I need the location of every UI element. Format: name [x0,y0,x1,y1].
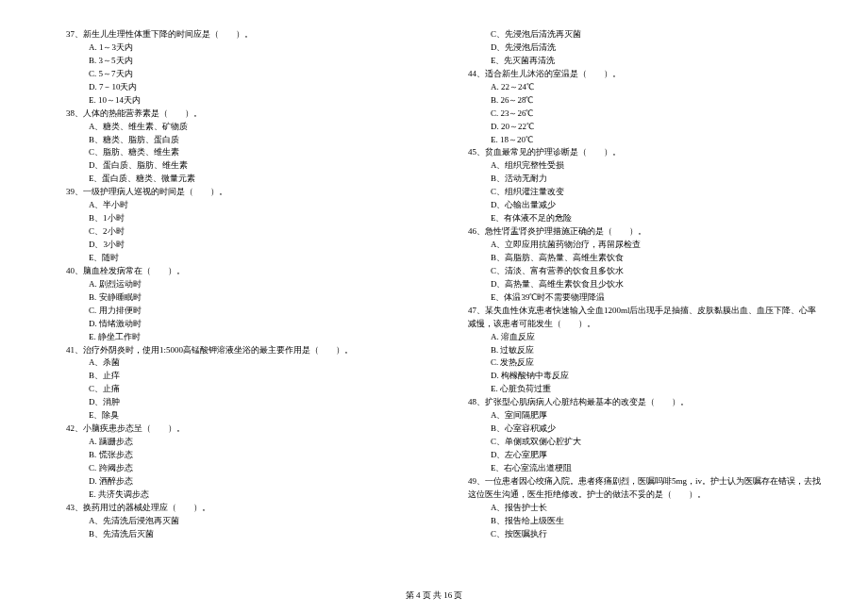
question-text: 37、新生儿生理性体重下降的时间应是（ ）。 [66,28,411,41]
question-text: 38、人体的热能营养素是（ ）。 [66,108,411,121]
right-column: C、先浸泡后清洗再灭菌 D、先浸泡后清洗 E、先灭菌再清洗 44、适合新生儿沐浴… [468,28,821,541]
option: B. 3～5天内 [66,55,411,68]
option: B、止痒 [66,370,411,383]
option: C. 用力排便时 [66,305,411,318]
question-text: 49、一位患者因心绞痛入院。患者疼痛剧烈，医嘱吗啡5mg，iv。护士认为医嘱存在… [468,475,821,489]
question-45: 45、贫血最常见的护理诊断是（ ）。 A、组织完整性受损 B、活动无耐力 C、组… [468,146,821,225]
option: A. 剧烈运动时 [66,278,411,291]
option: D. 酒醉步态 [66,475,411,489]
option: D、先浸泡后清洗 [468,41,821,55]
option: E、除臭 [66,409,411,422]
option: C. 发热反应 [468,356,821,370]
option: E. 10～14天内 [66,94,411,108]
option: B、先清洗后灭菌 [66,528,411,541]
option: C、脂肪、糖类、维生素 [66,146,411,159]
option: C、清淡、富有营养的饮食且多饮水 [468,265,821,278]
option: C、单侧或双侧心腔扩大 [468,436,821,449]
option: C、止痛 [66,383,411,396]
option: C. 5～7天内 [66,68,411,81]
option: B. 安静睡眠时 [66,291,411,305]
option: E、右心室流出道梗阻 [468,462,821,475]
option: A、报告护士长 [468,502,821,515]
option: B、报告给上级医生 [468,515,821,528]
question-43: 43、换药用过的器械处理应（ ）。 A、先清洗后浸泡再灭菌 B、先清洗后灭菌 [66,502,411,541]
question-text: 41、治疗外阴炎时，使用1:5000高锰酸钾溶液坐浴的最主要作用是（ ）。 [66,344,411,357]
option: B. 慌张步态 [66,449,411,462]
option: A、先清洗后浸泡再灭菌 [66,515,411,528]
option: B、1小时 [66,212,411,225]
option: E、有体液不足的危险 [468,212,821,225]
option: B. 过敏反应 [468,344,821,357]
option: A、半小时 [66,199,411,212]
question-37: 37、新生儿生理性体重下降的时间应是（ ）。 A. 1～3天内 B. 3～5天内… [66,28,411,108]
page-content: 37、新生儿生理性体重下降的时间应是（ ）。 A. 1～3天内 B. 3～5天内… [0,0,868,541]
page-footer: 第 4 页 共 16 页 [0,589,868,602]
option: C、组织灌注量改变 [468,186,821,199]
question-text: 47、某失血性休克患者快速输入全血1200ml后出现手足抽搐、皮肤黏膜出血、血压… [468,305,821,318]
option: C. 23～26℃ [468,108,821,121]
option: D、心输出量减少 [468,199,821,212]
option: B、高脂肪、高热量、高维生素饮食 [468,252,821,265]
question-text: 45、贫血最常见的护理诊断是（ ）。 [468,146,821,159]
option: D、消肿 [66,396,411,409]
option: E、随时 [66,252,411,265]
option: D、蛋白质、脂肪、维生素 [66,159,411,173]
option: E. 18～20℃ [468,134,821,147]
option: E、蛋白质、糖类、微量元素 [66,173,411,186]
option: A、组织完整性受损 [468,159,821,173]
option: D. 情绪激动时 [66,318,411,331]
question-text: 43、换药用过的器械处理应（ ）。 [66,502,411,515]
question-text: 48、扩张型心肌病病人心脏结构最基本的改变是（ ）。 [468,396,821,409]
option: C. 跨阈步态 [66,462,411,475]
option: A、立即应用抗菌药物治疗，再留尿检查 [468,239,821,252]
option: E. 心脏负荷过重 [468,383,821,396]
question-text: 40、脑血栓发病常在（ ）。 [66,265,411,278]
option: B、糖类、脂肪、蛋白质 [66,134,411,147]
option: E. 共济失调步态 [66,489,411,502]
question-text: 42、小脑疾患步态呈（ ）。 [66,422,411,436]
option: D. 枸橼酸钠中毒反应 [468,370,821,383]
option: B、活动无耐力 [468,173,821,186]
question-46: 46、急性肾盂肾炎护理措施正确的是（ ）。 A、立即应用抗菌药物治疗，再留尿检查… [468,225,821,305]
question-40: 40、脑血栓发病常在（ ）。 A. 剧烈运动时 B. 安静睡眠时 C. 用力排便… [66,265,411,344]
option: C、先浸泡后清洗再灭菌 [468,28,821,41]
question-43-cont: C、先浸泡后清洗再灭菌 D、先浸泡后清洗 E、先灭菌再清洗 [468,28,821,68]
option: A、杀菌 [66,356,411,370]
option: D、3小时 [66,239,411,252]
option: D、高热量、高维生素饮食且少饮水 [468,278,821,291]
question-49: 49、一位患者因心绞痛入院。患者疼痛剧烈，医嘱吗啡5mg，iv。护士认为医嘱存在… [468,475,821,541]
question-text-line2: 这位医生沟通，医生拒绝修改。护士的做法不妥的是（ ）。 [468,489,821,502]
question-text-line2: 减慢，该患者可能发生（ ）。 [468,318,821,331]
question-44: 44、适合新生儿沐浴的室温是（ ）。 A. 22～24℃ B. 26～28℃ C… [468,68,821,147]
option: E. 静坐工作时 [66,331,411,344]
option: D. 7－10天内 [66,81,411,94]
option: E、先灭菌再清洗 [468,55,821,68]
option: A. 蹒跚步态 [66,436,411,449]
question-41: 41、治疗外阴炎时，使用1:5000高锰酸钾溶液坐浴的最主要作用是（ ）。 A、… [66,344,411,423]
option: A. 溶血反应 [468,331,821,344]
option: C、按医嘱执行 [468,528,821,541]
option: A、室间隔肥厚 [468,409,821,422]
option: A. 1～3天内 [66,41,411,55]
question-47: 47、某失血性休克患者快速输入全血1200ml后出现手足抽搐、皮肤黏膜出血、血压… [468,305,821,397]
question-42: 42、小脑疾患步态呈（ ）。 A. 蹒跚步态 B. 慌张步态 C. 跨阈步态 D… [66,422,411,502]
option: C、2小时 [66,225,411,239]
option: B、心室容积减少 [468,422,821,436]
question-39: 39、一级护理病人巡视的时间是（ ）。 A、半小时 B、1小时 C、2小时 D、… [66,186,411,265]
option: B. 26～28℃ [468,94,821,108]
question-38: 38、人体的热能营养素是（ ）。 A、糖类、维生素、矿物质 B、糖类、脂肪、蛋白… [66,108,411,187]
question-48: 48、扩张型心肌病病人心脏结构最基本的改变是（ ）。 A、室间隔肥厚 B、心室容… [468,396,821,475]
left-column: 37、新生儿生理性体重下降的时间应是（ ）。 A. 1～3天内 B. 3～5天内… [66,28,411,541]
option: D. 20～22℃ [468,121,821,134]
question-text: 46、急性肾盂肾炎护理措施正确的是（ ）。 [468,225,821,239]
question-text: 44、适合新生儿沐浴的室温是（ ）。 [468,68,821,81]
option: E、体温39℃时不需要物理降温 [468,291,821,305]
option: A、糖类、维生素、矿物质 [66,121,411,134]
option: A. 22～24℃ [468,81,821,94]
question-text: 39、一级护理病人巡视的时间是（ ）。 [66,186,411,199]
option: D、左心室肥厚 [468,449,821,462]
